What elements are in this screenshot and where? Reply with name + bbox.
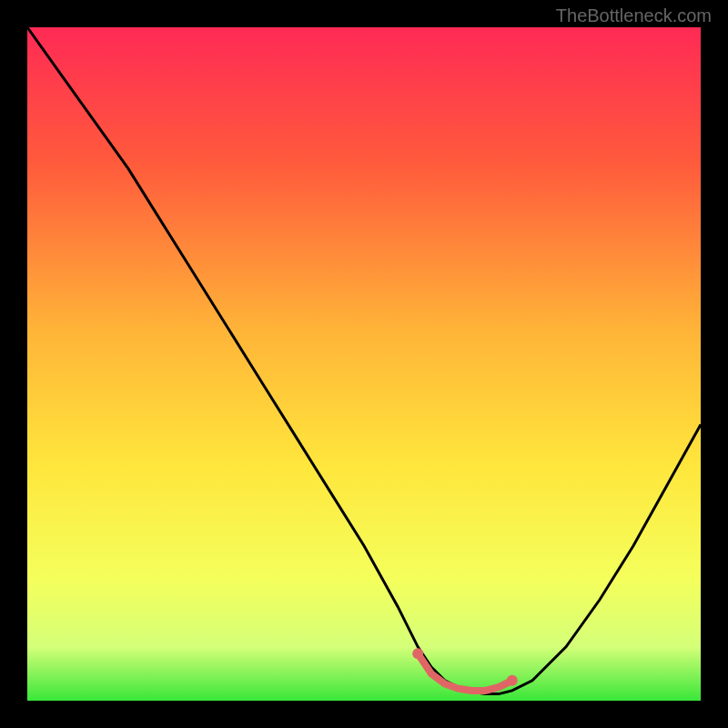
chart-svg <box>27 27 701 701</box>
watermark-text: TheBottleneck.com <box>556 5 712 26</box>
highlight-dot <box>507 675 518 686</box>
highlight-dot <box>412 648 423 659</box>
chart-plot-area <box>27 27 701 701</box>
